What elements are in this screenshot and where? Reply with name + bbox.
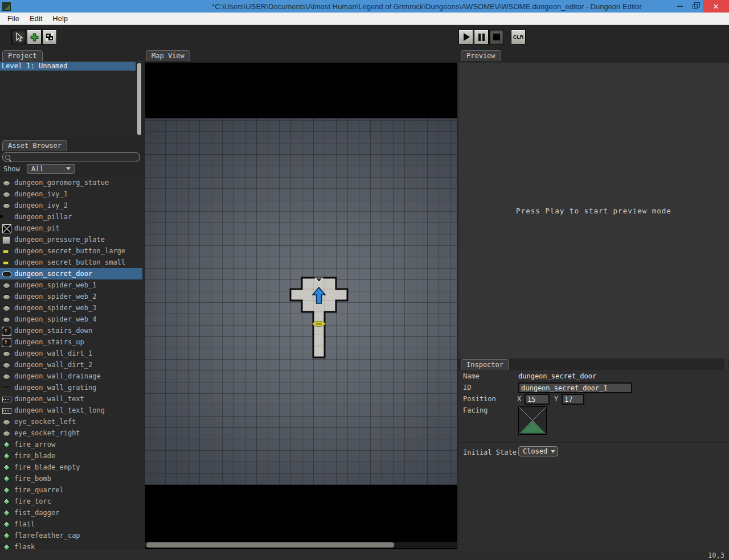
list-item[interactable]: dungeon_ivy_1 xyxy=(0,188,142,200)
list-item[interactable]: dungeon_wall_drainage xyxy=(0,370,142,382)
y-field[interactable] xyxy=(562,394,584,405)
pebble-icon xyxy=(2,281,11,289)
preview-toolbar: CLR xyxy=(458,30,526,44)
list-item[interactable]: fire_arrow xyxy=(0,439,142,450)
asset-label: dungeon_ivy_1 xyxy=(14,190,68,198)
menu-help[interactable]: Help xyxy=(47,13,73,24)
map-canvas[interactable] xyxy=(145,63,457,549)
inspector-divider xyxy=(458,442,729,443)
select-tool-button[interactable] xyxy=(11,30,26,44)
tab-preview[interactable]: Preview xyxy=(461,50,501,61)
facing-selector[interactable] xyxy=(518,406,547,435)
draw-tiles-tool-button[interactable] xyxy=(42,30,57,44)
list-item[interactable]: dungeon_pillar xyxy=(0,211,142,223)
menu-edit[interactable]: Edit xyxy=(24,13,47,24)
list-item[interactable]: dungeon_wall_text xyxy=(0,393,142,405)
asset-label: dungeon_wall_grating xyxy=(14,384,97,392)
list-item[interactable]: dungeon_wall_grating xyxy=(0,382,142,393)
name-value: dungeon_secret_door xyxy=(518,372,596,380)
search-input[interactable] xyxy=(10,153,140,161)
asset-label: dungeon_stairs_down xyxy=(14,327,92,335)
tab-map-view[interactable]: Map View xyxy=(146,50,190,61)
list-item[interactable]: dungeon_spider_web_2 xyxy=(0,291,142,302)
initial-state-value: Closed xyxy=(523,447,547,455)
add-object-tool-button[interactable] xyxy=(27,30,42,44)
stop-button[interactable] xyxy=(489,30,504,44)
initial-state-dropdown[interactable]: Closed xyxy=(518,446,558,456)
list-item[interactable]: dungeon_wall_dirt_2 xyxy=(0,359,142,370)
list-item[interactable]: dungeon_spider_web_3 xyxy=(0,302,142,314)
asset-label: dungeon_stairs_up xyxy=(14,338,84,346)
x-field[interactable] xyxy=(525,394,550,405)
walltext-icon xyxy=(2,406,11,414)
door-icon xyxy=(2,270,11,278)
asset-label: fire_torc xyxy=(14,497,51,505)
list-item[interactable]: dungeon_pit xyxy=(0,223,142,234)
pebble-icon xyxy=(2,372,11,380)
list-item[interactable]: fire_quarrel xyxy=(0,484,142,496)
list-item[interactable]: flail xyxy=(0,518,142,530)
name-label: Name xyxy=(463,372,480,380)
map-hscrollbar-thumb[interactable] xyxy=(146,542,394,547)
list-item[interactable]: fire_torc xyxy=(0,496,142,507)
minimize-button[interactable] xyxy=(672,0,687,13)
stairs-up-icon xyxy=(2,338,11,346)
item-diamond-icon xyxy=(2,520,11,528)
project-scrollbar[interactable] xyxy=(137,63,141,135)
list-item[interactable]: eye_socket_left xyxy=(0,416,142,427)
asset-label: fist_dagger xyxy=(14,509,59,517)
pebble-icon xyxy=(2,429,11,437)
list-item[interactable]: dungeon_pressure_plate xyxy=(0,234,142,245)
list-item[interactable]: dungeon_goromorg_statue xyxy=(0,177,142,188)
tab-inspector[interactable]: Inspector xyxy=(461,359,509,370)
list-item[interactable]: dungeon_stairs_up xyxy=(0,336,142,348)
list-item[interactable]: fist_dagger xyxy=(0,507,142,518)
list-item[interactable]: eye_socket_right xyxy=(0,427,142,439)
pillar-icon xyxy=(2,213,11,221)
close-button[interactable] xyxy=(703,0,729,13)
play-icon xyxy=(464,33,470,41)
list-item[interactable]: fire_blade_empty xyxy=(0,462,142,473)
list-item[interactable]: dungeon_spider_web_4 xyxy=(0,314,142,325)
menubar: File Edit Help xyxy=(0,13,729,25)
minimize-icon xyxy=(677,6,683,7)
pebble-icon xyxy=(2,190,11,198)
list-item[interactable]: dungeon_stairs_down xyxy=(0,325,142,336)
list-item[interactable]: fire_blade xyxy=(0,450,142,462)
list-item[interactable]: dungeon_secret_button_large xyxy=(0,245,142,257)
maximize-button[interactable] xyxy=(687,0,703,13)
list-item[interactable]: flask xyxy=(0,541,142,550)
clear-button[interactable]: CLR xyxy=(511,30,526,44)
list-item[interactable]: dungeon_secret_door xyxy=(0,268,142,279)
asset-label: flarefeather_cap xyxy=(14,532,80,540)
tab-project[interactable]: Project xyxy=(2,50,43,61)
play-button[interactable] xyxy=(458,30,473,44)
asset-label: dungeon_secret_button_small xyxy=(14,258,125,266)
status-bar: 10,3 xyxy=(0,550,729,560)
menu-file[interactable]: File xyxy=(2,13,24,24)
asset-label: flask xyxy=(14,543,35,550)
asset-label: dungeon_wall_text_long xyxy=(14,406,105,414)
tab-asset-browser[interactable]: Asset Browser xyxy=(2,140,67,151)
close-icon xyxy=(713,3,719,10)
list-item[interactable]: dungeon_wall_dirt_1 xyxy=(0,348,142,359)
map-grid[interactable] xyxy=(145,118,457,485)
asset-label: fire_arrow xyxy=(14,440,55,448)
list-item[interactable]: dungeon_ivy_2 xyxy=(0,200,142,211)
asset-label: dungeon_wall_drainage xyxy=(14,372,101,380)
asset-label: dungeon_pillar xyxy=(14,213,72,221)
list-item[interactable]: flarefeather_cap xyxy=(0,530,142,541)
item-diamond-icon xyxy=(2,486,11,494)
search-icon xyxy=(5,155,10,160)
list-item[interactable]: dungeon_wall_text_long xyxy=(0,405,142,416)
stairs-down-icon xyxy=(2,327,11,335)
id-field[interactable] xyxy=(518,382,632,393)
show-filter-value: All xyxy=(31,165,44,173)
list-item[interactable]: fire_bomb xyxy=(0,473,142,484)
show-filter-dropdown[interactable]: All xyxy=(27,164,75,174)
list-item[interactable]: dungeon_secret_button_small xyxy=(0,257,142,268)
level-list-item[interactable]: Level 1: Unnamed xyxy=(0,62,136,71)
pause-button[interactable] xyxy=(474,30,489,44)
pebble-icon xyxy=(2,179,11,187)
list-item[interactable]: dungeon_spider_web_1 xyxy=(0,279,142,291)
